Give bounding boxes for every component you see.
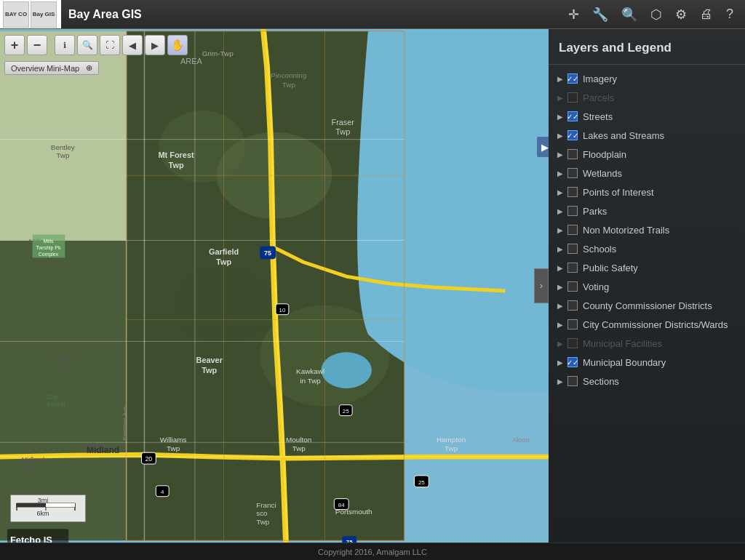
- layer-label-parcels: Parcels: [583, 92, 614, 103]
- overview-minimap-toggle[interactable]: Overview Mini-Map ⊕: [4, 61, 99, 75]
- layers-icon[interactable]: ⬡: [650, 7, 662, 23]
- expand-arrow-municipal-facilities[interactable]: ▶: [554, 337, 566, 349]
- layer-checkbox-lakes-streams[interactable]: ✓: [567, 130, 578, 140]
- svg-text:Moulton: Moulton: [286, 436, 311, 444]
- layer-checkbox-voting[interactable]: [567, 281, 578, 292]
- layer-item-lakes-streams[interactable]: ▶✓Lakes and Streams: [549, 126, 745, 145]
- layer-label-lakes-streams: Lakes and Streams: [583, 130, 664, 141]
- layers-panel-title: Layers and Legend: [549, 36, 745, 65]
- layer-item-voting[interactable]: ▶Voting: [549, 277, 745, 296]
- layer-item-municipal-facilities[interactable]: ▶Municipal Facilities: [549, 334, 745, 353]
- layer-item-sections[interactable]: ▶Sections: [549, 372, 745, 391]
- svg-text:Twp: Twp: [256, 518, 270, 526]
- print-icon[interactable]: 🖨: [700, 7, 713, 22]
- expand-arrow-municipal-boundary[interactable]: ▶: [554, 356, 566, 368]
- topbar-icons: ✛ 🔧 🔍 ⬡ ⚙ 🖨 ?: [568, 7, 745, 23]
- back-button[interactable]: ◀: [122, 35, 143, 55]
- map-right-collapse-button[interactable]: ›: [534, 268, 549, 303]
- layer-checkbox-parcels[interactable]: [567, 92, 578, 103]
- expand-arrow-public-safety[interactable]: ▶: [554, 262, 566, 273]
- app-title: Bay Area GIS: [61, 8, 568, 21]
- expand-arrow-city-commissioner[interactable]: ▶: [554, 319, 566, 330]
- help-icon[interactable]: ?: [726, 7, 733, 22]
- layer-checkbox-county-commissioner[interactable]: [567, 300, 578, 311]
- svg-text:Akron: Akron: [512, 436, 529, 444]
- layer-item-city-commissioner[interactable]: ▶City Commissioner Districts/Wards: [549, 315, 745, 334]
- expand-arrow-voting[interactable]: ▶: [554, 281, 566, 292]
- layers-panel: Layers and Legend ▶✓Imagery▶Parcels▶✓Str…: [549, 29, 745, 543]
- expand-arrow-county-commissioner[interactable]: ▶: [554, 300, 566, 311]
- layer-item-imagery[interactable]: ▶✓Imagery: [549, 69, 745, 88]
- search-icon[interactable]: 🔍: [621, 7, 637, 23]
- layer-checkbox-schools[interactable]: [567, 244, 578, 254]
- svg-text:Williams: Williams: [160, 436, 187, 444]
- expand-arrow-non-motorized-trails[interactable]: ▶: [554, 224, 566, 236]
- svg-text:84: 84: [338, 502, 345, 508]
- svg-rect-94: [46, 503, 75, 507]
- expand-arrow-wetlands[interactable]: ▶: [554, 167, 566, 179]
- layer-item-non-motorized-trails[interactable]: ▶Non Motorized Trails: [549, 220, 745, 239]
- layer-label-points-of-interest: Points of Interest: [583, 187, 654, 198]
- settings-icon[interactable]: ⚙: [675, 7, 687, 23]
- expand-arrow-lakes-streams[interactable]: ▶: [554, 129, 566, 141]
- layer-checkbox-city-commissioner[interactable]: [567, 319, 578, 329]
- layer-checkbox-non-motorized-trails[interactable]: [567, 225, 578, 235]
- expand-arrow-floodplain[interactable]: ▶: [554, 148, 566, 160]
- info-button[interactable]: ℹ: [55, 35, 75, 55]
- full-extent-button[interactable]: ⛶: [100, 35, 120, 55]
- layer-item-streets[interactable]: ▶✓Streets: [549, 107, 745, 126]
- layer-item-county-commissioner[interactable]: ▶County Commissioner Districts: [549, 296, 745, 315]
- layer-item-parcels[interactable]: ▶Parcels: [549, 88, 745, 107]
- expand-arrow-streets[interactable]: ▶: [554, 111, 566, 122]
- layer-checkbox-points-of-interest[interactable]: [567, 187, 578, 197]
- layer-item-municipal-boundary[interactable]: ▶✓Municipal Boundary: [549, 353, 745, 372]
- pan-button[interactable]: ✋: [167, 35, 188, 55]
- layer-checkbox-streets[interactable]: ✓: [567, 111, 578, 121]
- panel-toggle-button[interactable]: ▶: [537, 137, 549, 157]
- svg-text:Twp: Twp: [202, 366, 217, 375]
- svg-text:AREA: AREA: [180, 57, 202, 65]
- svg-text:Franci: Franci: [256, 501, 276, 509]
- forward-button[interactable]: ▶: [145, 35, 165, 55]
- expand-arrow-parks[interactable]: ▶: [554, 205, 566, 217]
- expand-arrow-points-of-interest[interactable]: ▶: [554, 186, 566, 198]
- wrench-icon[interactable]: 🔧: [592, 7, 608, 23]
- layer-checkbox-parks[interactable]: [567, 206, 578, 216]
- svg-text:Fetcho IS: Fetcho IS: [10, 535, 52, 543]
- map-area[interactable]: 75 10 25 20 4 84 25 75 Bentley Twp: [0, 29, 549, 543]
- expand-arrow-schools[interactable]: ▶: [554, 243, 566, 255]
- expand-arrow-parcels[interactable]: ▶: [554, 92, 566, 103]
- svg-text:Twp: Twp: [335, 127, 350, 136]
- layer-item-parks[interactable]: ▶Parks: [549, 201, 745, 220]
- layer-checkbox-floodplain[interactable]: [567, 149, 578, 159]
- svg-text:Forest: Forest: [47, 401, 65, 408]
- layer-checkbox-municipal-boundary[interactable]: ✓: [567, 357, 578, 367]
- svg-text:Beaver: Beaver: [196, 356, 223, 364]
- svg-text:Mills: Mills: [44, 239, 54, 244]
- layer-item-public-safety[interactable]: ▶Public Safety: [549, 258, 745, 277]
- svg-text:75: 75: [346, 539, 353, 543]
- layer-item-floodplain[interactable]: ▶Floodplain: [549, 145, 745, 164]
- svg-text:sco: sco: [256, 509, 268, 517]
- scale-bar-graphic: 6km 3mi: [15, 497, 81, 518]
- zoom-out-button[interactable]: −: [27, 35, 47, 55]
- layer-checkbox-municipal-facilities[interactable]: [567, 338, 578, 348]
- main-area: 75 10 25 20 4 84 25 75 Bentley Twp: [0, 29, 745, 543]
- expand-arrow-imagery[interactable]: ▶: [554, 73, 566, 84]
- layer-checkbox-imagery[interactable]: ✓: [567, 73, 578, 84]
- zoom-in-button[interactable]: +: [4, 35, 25, 55]
- svg-text:20: 20: [145, 455, 152, 463]
- pin-icon[interactable]: ✛: [568, 7, 579, 23]
- layer-item-schools[interactable]: ▶Schools: [549, 239, 745, 258]
- layer-checkbox-sections[interactable]: [567, 376, 578, 386]
- expand-arrow-sections[interactable]: ▶: [554, 375, 566, 387]
- find-button[interactable]: 🔍: [77, 35, 97, 55]
- topbar: BAY CO Bay GIS Bay Area GIS ✛ 🔧 🔍 ⬡ ⚙ 🖨 …: [0, 0, 745, 29]
- layer-checkbox-wetlands[interactable]: [567, 168, 578, 178]
- svg-text:Twp: Twp: [445, 444, 458, 452]
- layer-checkbox-public-safety[interactable]: [567, 263, 578, 273]
- layer-item-points-of-interest[interactable]: ▶Points of Interest: [549, 183, 745, 201]
- svg-text:City: City: [47, 393, 58, 401]
- layer-item-wetlands[interactable]: ▶Wetlands: [549, 164, 745, 183]
- footer-text: Copyright 2016, Amalgam LLC: [318, 548, 427, 556]
